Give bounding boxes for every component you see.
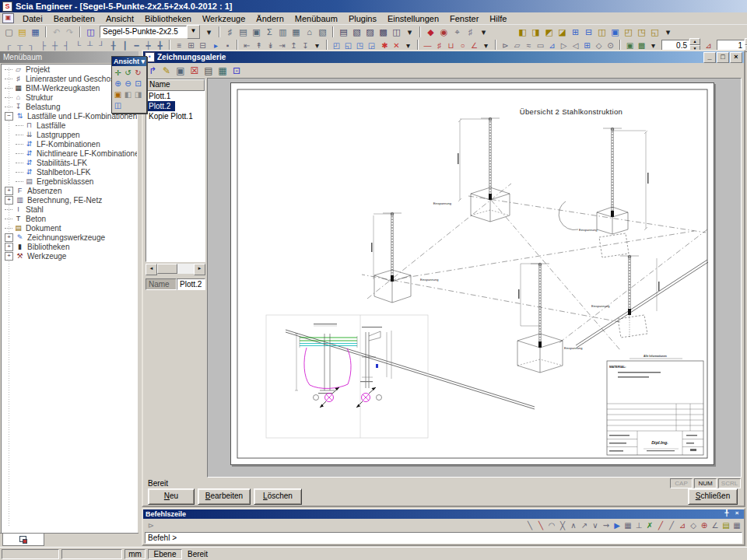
column-icon[interactable]: ┬ xyxy=(14,40,26,51)
snap-point-icon[interactable]: ╱ xyxy=(666,520,677,531)
ortho-mode-icon[interactable]: ⊥ xyxy=(633,520,644,531)
project-combo[interactable]: Segel-5-Punkte-2x2.5 ▼ xyxy=(100,26,200,38)
document-export-icon[interactable]: ◫ xyxy=(390,26,403,38)
tree-item-werkzeuge[interactable]: +⚒Werkzeuge xyxy=(2,251,137,261)
snap-midpoint-icon[interactable]: ╲ xyxy=(535,520,546,531)
menu-hilfe[interactable]: Hilfe xyxy=(484,13,512,24)
menu-bearbeiten[interactable]: Bearbeiten xyxy=(48,13,100,24)
combo-more-icon[interactable]: ▾ xyxy=(202,26,216,38)
hinge-icon[interactable]: ╂ xyxy=(107,40,119,51)
view-next-icon[interactable]: ◨ xyxy=(133,89,143,100)
project-combo-arrow-icon[interactable]: ▼ xyxy=(187,25,200,39)
plot-list-header[interactable]: Name xyxy=(146,79,205,91)
undo-icon[interactable]: ↶ xyxy=(50,26,63,38)
zoom-window-icon[interactable]: ⊡ xyxy=(133,79,143,89)
tree-item-beton[interactable]: TBeton xyxy=(2,214,137,223)
delete-button[interactable]: Löschen xyxy=(254,488,302,505)
tree-item-ergebnisklassen[interactable]: ▤Ergebnisklassen xyxy=(2,177,137,186)
redo-icon[interactable]: ↷ xyxy=(63,26,76,38)
tree-item-stabilit-ts-lfk[interactable]: ⇵Stabilitäts-LFK xyxy=(2,158,137,167)
gallery-title-bar[interactable]: ▪ Zeichnungsgalerie _□× xyxy=(143,51,744,63)
frame-view-icon[interactable]: ⌂ xyxy=(303,26,316,38)
command-input[interactable]: Befehl > xyxy=(145,532,742,544)
command-panel-title[interactable]: Befehlszeile ╀× xyxy=(143,509,744,519)
bolt-icon[interactable]: ◆ xyxy=(424,26,437,38)
zoom-in-icon[interactable]: ⊕ xyxy=(113,79,123,89)
window-single-icon[interactable]: ▣ xyxy=(608,26,622,38)
view-axo-icon[interactable]: ◪ xyxy=(556,26,569,38)
plot-name-value[interactable]: Plott.2 xyxy=(177,278,205,290)
menu-plugins[interactable]: Plugins xyxy=(343,13,382,24)
menu-werkzeuge[interactable]: Werkzeuge xyxy=(197,13,251,24)
close-panel-button[interactable]: × xyxy=(732,509,742,517)
haunch-icon[interactable]: └ xyxy=(72,40,84,51)
snap-node-icon[interactable]: ✗ xyxy=(644,520,655,531)
menu-fenster[interactable]: Fenster xyxy=(444,13,484,24)
zoom-doc-icon[interactable]: ◉ xyxy=(437,26,451,38)
mdi-child-icon[interactable]: ▣ xyxy=(2,13,14,23)
tree-item-bibliotheken[interactable]: +▮Bibliotheken xyxy=(2,242,137,251)
windows-more-icon[interactable]: ▾ xyxy=(661,26,675,38)
window-split-icon[interactable]: ◫ xyxy=(595,26,608,38)
tools-more-icon[interactable]: ▾ xyxy=(477,26,490,38)
window-tile-icon[interactable]: ⊞ xyxy=(569,26,582,38)
snap-line-icon[interactable]: ╱ xyxy=(655,520,666,531)
cursor-snap-icon[interactable]: ▶ xyxy=(612,520,622,531)
tree-item-lf-kombinationen[interactable]: ⇵LF-Kombinationen xyxy=(2,139,137,149)
gallery-item-plott-2[interactable]: Plott.2 xyxy=(146,101,175,111)
command-arrow-icon[interactable]: ⊳ xyxy=(146,520,156,531)
beam-icon[interactable]: ┌ xyxy=(2,40,14,51)
snap-ortho-icon[interactable]: ∧ xyxy=(568,520,579,531)
grid-snap-icon[interactable]: ▦ xyxy=(622,520,633,531)
scroll-left-icon[interactable]: ◄ xyxy=(146,264,157,275)
scroll-right-icon[interactable]: ► xyxy=(194,264,205,275)
view-x-icon[interactable]: ◧ xyxy=(516,26,529,38)
layout-icon[interactable]: ◫ xyxy=(84,26,97,38)
zoom-out-icon[interactable]: ⊖ xyxy=(123,79,133,89)
corner-tl-icon[interactable]: ◰ xyxy=(622,26,635,38)
pan-icon[interactable]: ✛ xyxy=(113,68,123,79)
tree-item-absenzen[interactable]: +FAbsenzen xyxy=(2,186,137,195)
rotate-cw-icon[interactable]: ↻ xyxy=(133,68,143,79)
tree-expander-icon[interactable]: + xyxy=(5,196,13,205)
minimize-button[interactable]: _ xyxy=(703,52,716,63)
corner-bl-icon[interactable]: ◱ xyxy=(648,26,661,38)
snap-settings-icon[interactable]: ▤ xyxy=(721,520,731,531)
snap-intersection-icon[interactable]: ╳ xyxy=(557,520,568,531)
tree-expander-icon[interactable]: + xyxy=(5,243,13,251)
view-toolbar-title[interactable]: Ansicht ▾ xyxy=(112,57,146,66)
project-combo-value[interactable]: Segel-5-Punkte-2x2.5 xyxy=(100,26,187,38)
new-icon[interactable]: ▢ xyxy=(2,26,16,38)
node-icon[interactable]: ┘ xyxy=(96,40,107,51)
tree-expander-icon[interactable]: + xyxy=(5,233,13,242)
pin-button[interactable]: ╀ xyxy=(722,509,731,517)
snap-angle-icon[interactable]: ∠ xyxy=(710,520,721,531)
load-panel-icon[interactable]: ━ xyxy=(131,40,142,51)
zoom-all-icon[interactable]: ▣ xyxy=(113,89,123,100)
menu-men-baum[interactable]: Menübaum xyxy=(289,13,343,24)
clipboard-icon[interactable]: ▥ xyxy=(276,26,289,38)
corner-tr-icon[interactable]: ◳ xyxy=(635,26,648,38)
rotate-ccw-icon[interactable]: ↺ xyxy=(123,68,133,79)
menu-bibliotheken[interactable]: Bibliotheken xyxy=(139,13,197,24)
table-icon[interactable]: ▦ xyxy=(289,26,303,38)
send-to-document-icon[interactable]: ↱ xyxy=(146,65,160,77)
print-preview-icon[interactable]: ▧ xyxy=(350,26,363,38)
scale-up-icon[interactable]: ▲ xyxy=(689,38,700,45)
view-y-icon[interactable]: ◨ xyxy=(529,26,542,38)
tree-expander-icon[interactable]: − xyxy=(5,112,13,121)
snap-endpoint-icon[interactable]: ╲ xyxy=(524,520,535,531)
tree-item-stahlbeton-lfk[interactable]: ⇵Stahlbeton-LFK xyxy=(2,167,137,177)
fullscreen-preview-icon[interactable]: ⊡ xyxy=(230,65,244,77)
snap-extension-icon[interactable]: ⇝ xyxy=(601,520,612,531)
window-cascade-icon[interactable]: ⊟ xyxy=(582,26,595,38)
copy-plot-icon[interactable]: ▣ xyxy=(174,65,188,77)
section-icon[interactable]: ▧ xyxy=(316,26,329,38)
clip-box-icon[interactable]: ♯ xyxy=(464,26,477,38)
opening-icon[interactable]: ┼ xyxy=(49,40,61,51)
copy-doc-icon[interactable]: ▣ xyxy=(250,26,263,38)
tree-item-nichtlineare-lf-kombinationen[interactable]: ⇵Nichtlineare LF-Kombinationen xyxy=(2,149,137,158)
pin-structure-icon[interactable]: ⌖ xyxy=(451,26,464,38)
scroll-thumb[interactable] xyxy=(157,264,177,274)
arbitrary-beam-icon[interactable]: ┴ xyxy=(84,40,96,51)
